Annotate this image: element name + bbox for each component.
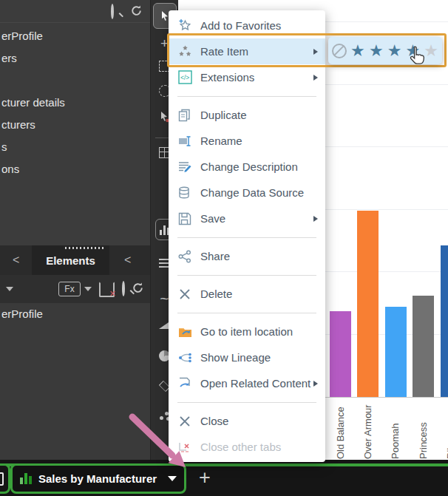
menu-item-rate-item[interactable]: Rate Item bbox=[169, 38, 325, 64]
elements-panel-header: < Elements < bbox=[0, 245, 150, 275]
dashboard-icon bbox=[0, 472, 4, 486]
hand-cursor-icon bbox=[407, 44, 429, 69]
delete-x-icon bbox=[177, 287, 192, 302]
collapse-chevron-icon[interactable]: < bbox=[13, 245, 19, 275]
menu-item-change-description[interactable]: Change Description bbox=[169, 154, 325, 180]
menu-item-extensions[interactable]: </> Extensions bbox=[169, 64, 325, 90]
rename-icon bbox=[177, 134, 192, 149]
menu-item-label: Save bbox=[200, 212, 225, 225]
submenu-arrow-icon bbox=[313, 216, 318, 222]
tab-elements[interactable]: Elements bbox=[32, 245, 109, 275]
change-description-icon bbox=[177, 160, 192, 174]
menu-item-label: Go to item location bbox=[200, 325, 293, 338]
menu-item-label: Add to Favorites bbox=[200, 19, 281, 32]
list-item bbox=[0, 69, 150, 92]
menu-item-delete[interactable]: Delete bbox=[169, 281, 325, 307]
elements-toolbar: Fx bbox=[0, 275, 150, 303]
list-item[interactable]: erProfile bbox=[0, 303, 150, 325]
tab-partial[interactable] bbox=[0, 463, 10, 494]
menu-item-label: Close bbox=[200, 415, 228, 427]
menu-separator bbox=[177, 96, 316, 97]
close-x-icon bbox=[177, 414, 192, 429]
dropdown-caret-icon[interactable] bbox=[6, 287, 13, 291]
menu-item-label: Share bbox=[200, 250, 230, 262]
star-plus-icon bbox=[177, 18, 192, 33]
elements-list: erProfile bbox=[0, 303, 150, 325]
drag-handle[interactable] bbox=[65, 247, 105, 249]
menu-item-open-related-content[interactable]: Open Related Content bbox=[169, 370, 325, 396]
menu-item-label: Delete bbox=[200, 288, 232, 300]
lineage-icon bbox=[177, 350, 192, 365]
submenu-arrow-icon bbox=[313, 49, 318, 55]
list-item[interactable]: cturer details bbox=[0, 92, 150, 114]
bar-chart-icon bbox=[20, 473, 32, 484]
search-icon[interactable] bbox=[111, 5, 114, 18]
context-menu: Add to Favorites Rate Item </> Extension… bbox=[169, 10, 325, 462]
refresh-icon[interactable] bbox=[130, 4, 143, 20]
bar-over-armour bbox=[357, 211, 379, 397]
list-item[interactable]: ers bbox=[0, 47, 150, 69]
elements-tab-label: Elements bbox=[46, 254, 95, 267]
menu-item-label: Rate Item bbox=[200, 45, 248, 58]
menu-item-label: Open Related Content bbox=[200, 377, 310, 390]
rate-stars-icon bbox=[177, 44, 192, 59]
tab-menu-caret-icon[interactable] bbox=[168, 476, 177, 481]
menu-item-label: Close other tabs bbox=[200, 441, 281, 453]
menu-item-label: Rename bbox=[200, 135, 242, 147]
new-tab-button[interactable]: + bbox=[194, 466, 216, 489]
no-rating-icon[interactable] bbox=[332, 44, 347, 58]
menu-separator bbox=[177, 402, 316, 403]
rating-star-1[interactable]: ★ bbox=[350, 43, 365, 59]
elements-panel: < Elements < Fx erProfile bbox=[0, 245, 150, 460]
database-icon bbox=[177, 186, 192, 200]
bar-rib bbox=[441, 245, 448, 397]
rating-star-2[interactable]: ★ bbox=[369, 43, 384, 59]
sidebar-toolbar bbox=[0, 0, 150, 23]
menu-item-label: Extensions bbox=[200, 71, 254, 84]
list-item[interactable]: erProfile bbox=[0, 25, 150, 47]
menu-item-add-to-favorites[interactable]: Add to Favorites bbox=[169, 13, 325, 38]
dropdown-caret-icon[interactable] bbox=[84, 287, 92, 291]
list-item[interactable]: s bbox=[0, 136, 150, 158]
svg-text:</>: </> bbox=[180, 74, 189, 81]
bar-poomah bbox=[385, 307, 407, 397]
save-icon bbox=[177, 211, 192, 226]
rating-star-3[interactable]: ★ bbox=[387, 43, 402, 59]
left-sidebar: erProfile ers cturer details cturers s o… bbox=[0, 0, 150, 460]
menu-item-label: Show Lineage bbox=[200, 351, 271, 364]
list-item[interactable]: ons bbox=[0, 158, 150, 180]
bottom-tab-bar: Sales by Manufacturer + bbox=[0, 460, 448, 496]
menu-item-label: Change Data Source bbox=[200, 186, 304, 199]
menu-item-duplicate[interactable]: Duplicate bbox=[169, 102, 325, 128]
x-axis-label: Princess bbox=[418, 403, 430, 459]
collapse-chevron-icon[interactable]: < bbox=[124, 245, 131, 275]
x-axis-label: Old Balance bbox=[335, 403, 347, 459]
x-axis-label: Poomah bbox=[390, 403, 402, 459]
search-icon[interactable] bbox=[122, 282, 125, 296]
close-tabs-icon bbox=[177, 440, 192, 455]
menu-item-close[interactable]: Close bbox=[169, 408, 325, 434]
fx-expression-icon[interactable]: Fx bbox=[58, 282, 81, 296]
clear-selection-icon[interactable] bbox=[99, 282, 115, 297]
menu-separator bbox=[177, 313, 316, 313]
menu-item-change-data-source[interactable]: Change Data Source bbox=[169, 180, 325, 205]
menu-item-save[interactable]: Save bbox=[169, 205, 325, 231]
menu-separator bbox=[177, 275, 316, 276]
x-axis-label: Rib bbox=[445, 403, 448, 459]
share-icon bbox=[177, 249, 192, 264]
tab-sales-by-manufacturer[interactable]: Sales by Manufacturer bbox=[10, 463, 186, 494]
menu-separator bbox=[177, 237, 316, 238]
related-content-icon bbox=[177, 376, 192, 391]
menu-item-label: Duplicate bbox=[200, 109, 247, 121]
menu-item-rename[interactable]: Rename bbox=[169, 128, 325, 154]
x-axis-label: Over Armour bbox=[362, 403, 375, 459]
data-item-list: erProfile ers cturer details cturers s o… bbox=[0, 25, 150, 180]
submenu-arrow-icon bbox=[313, 75, 318, 81]
app-window: Old BalanceOver ArmourPoomahPrincessRib … bbox=[0, 0, 448, 496]
menu-item-go-to-item-location[interactable]: Go to item location bbox=[169, 319, 325, 344]
duplicate-icon bbox=[177, 108, 192, 123]
list-item[interactable]: cturers bbox=[0, 114, 150, 136]
menu-item-show-lineage[interactable]: Show Lineage bbox=[169, 344, 325, 370]
submenu-arrow-icon bbox=[313, 381, 318, 387]
menu-item-share[interactable]: Share bbox=[169, 243, 325, 269]
